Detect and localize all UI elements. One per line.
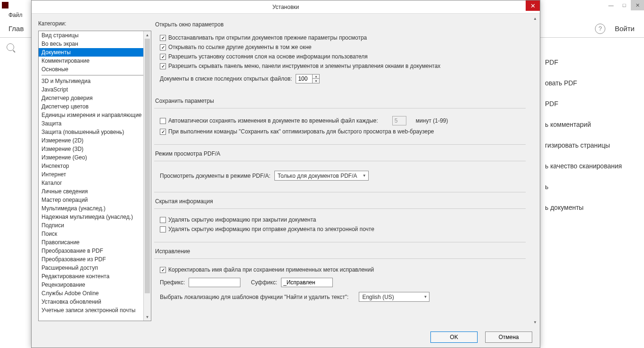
checkbox-remove-hidden-email[interactable] <box>160 226 166 232</box>
checkbox-label: Корректировать имя файла при сохранении … <box>168 266 374 273</box>
category-item[interactable]: Единицы измерения и направляющие <box>39 111 151 119</box>
category-item[interactable]: Расширенный доступ <box>39 264 151 272</box>
pdfa-mode-select[interactable]: Только для документов PDF/A ▼ <box>274 171 369 181</box>
category-item[interactable]: Измерение (Geo) <box>39 153 151 162</box>
minimize-button[interactable]: — <box>604 0 618 10</box>
checkbox-allow-layer-state[interactable] <box>160 54 166 60</box>
category-item[interactable]: Диспетчер доверия <box>39 94 151 102</box>
group-title: Открыть окно параметров <box>154 20 526 32</box>
checkbox-label: Удалять скрытую информацию при отправке … <box>168 226 374 232</box>
category-item[interactable]: Преобразование в PDF <box>39 247 151 255</box>
autosave-minutes-input <box>392 116 406 125</box>
app-logo-icon <box>2 2 8 8</box>
category-item[interactable]: Во весь экран <box>39 40 151 48</box>
category-item[interactable]: Диспетчер цветов <box>39 102 151 111</box>
category-item[interactable]: Каталог <box>39 179 151 187</box>
category-item[interactable]: JavaScript <box>39 85 151 94</box>
panel-item[interactable]: ь качество сканирования <box>545 156 635 176</box>
panel-item[interactable]: ь документы <box>545 197 635 218</box>
maximize-button[interactable]: □ <box>618 0 631 10</box>
checkbox-label: Разрешить установку состояния слоя на ос… <box>168 53 368 60</box>
login-button[interactable]: Войти <box>615 25 635 33</box>
category-item[interactable]: 3D и Мультимедиа <box>39 77 151 85</box>
category-item[interactable]: Комментирование <box>39 57 151 65</box>
spinner-down-icon[interactable]: ▼ <box>313 79 319 83</box>
scroll-down-icon[interactable]: ▼ <box>531 318 539 326</box>
category-item[interactable]: Редактирование контента <box>39 272 151 281</box>
search-icon[interactable] <box>7 43 14 51</box>
category-item[interactable]: Защита <box>39 119 151 128</box>
checkbox-restore-view[interactable] <box>160 35 166 41</box>
category-item[interactable]: Вид страницы <box>39 31 151 40</box>
prefix-input[interactable] <box>189 278 240 287</box>
category-item[interactable]: Измерение (2D) <box>39 136 151 145</box>
select-value: English (US) <box>362 294 394 300</box>
category-item[interactable]: Интернет <box>39 170 151 179</box>
panel-item[interactable]: ь комментарий <box>545 114 635 135</box>
categories-scrollbar[interactable]: ▲ ▼ <box>143 31 151 321</box>
checkbox-label: Открывать по ссылке другие документы в т… <box>168 44 312 50</box>
category-item[interactable]: Документы <box>39 48 151 57</box>
category-item[interactable]: Установка обновлений <box>39 298 151 306</box>
spinner-up-icon[interactable]: ▲ <box>313 75 319 79</box>
category-item[interactable]: Мультимедиа (унаслед.) <box>39 204 151 213</box>
window-close-button[interactable]: ✕ <box>631 0 644 10</box>
category-item[interactable]: Измерение (3D) <box>39 145 151 153</box>
categories-list[interactable]: Вид страницыВо весь экранДокументыКоммен… <box>38 31 151 321</box>
tab-home[interactable]: Глав <box>8 25 24 33</box>
autosave-unit-label: минут (1-99) <box>416 117 448 124</box>
checkbox-allow-hide-menu[interactable] <box>160 63 166 69</box>
group-open: Открыть окно параметров Восстанавливать … <box>154 20 526 92</box>
category-item[interactable]: Основные <box>39 65 151 74</box>
category-item[interactable]: Инспектор <box>39 162 151 170</box>
category-item[interactable]: Службы Adobe Online <box>39 289 151 298</box>
checkbox-adjust-filename[interactable] <box>160 267 166 273</box>
group-title: Скрытая информация <box>154 197 526 208</box>
scroll-up-icon[interactable]: ▲ <box>531 15 539 22</box>
suffix-input[interactable] <box>281 278 333 287</box>
ok-button[interactable]: OK <box>430 331 478 343</box>
checkbox-label: Восстанавливать при открытии документов … <box>168 34 367 41</box>
category-item[interactable]: Защита (повышенный уровень) <box>39 128 151 136</box>
category-item[interactable]: Правописание <box>39 238 151 247</box>
group-pdfa: Режим просмотра PDF/A Просмотреть докуме… <box>154 149 526 192</box>
panel-item[interactable]: гизировать страницы <box>545 135 635 156</box>
scroll-down-icon[interactable]: ▼ <box>144 313 151 321</box>
checkbox-remove-hidden-close[interactable] <box>160 217 166 223</box>
recent-docs-label: Документы в списке последних открытых фа… <box>160 75 292 82</box>
checkbox-label: Разрешить скрывать панель меню, панели и… <box>168 63 440 69</box>
panel-item[interactable]: овать PDF <box>545 73 635 93</box>
recent-docs-input[interactable] <box>296 74 313 83</box>
categories-sidebar: Категории: Вид страницыВо весь экранДоку… <box>38 20 151 321</box>
checkbox-optimize-web[interactable] <box>160 129 166 135</box>
menu-file[interactable]: Файл <box>8 12 23 18</box>
category-item[interactable]: Надежная мультимедиа (унаслед.) <box>39 213 151 221</box>
chevron-down-icon: ▼ <box>363 174 366 178</box>
cancel-button[interactable]: Отмена <box>485 331 532 343</box>
category-item[interactable]: Личные сведения <box>39 187 151 196</box>
checkbox-open-same-window[interactable] <box>160 44 166 50</box>
category-item[interactable]: Мастер операций <box>39 196 151 204</box>
chevron-down-icon: ▼ <box>424 295 428 299</box>
dialog-close-button[interactable]: ✕ <box>526 0 540 11</box>
locale-select[interactable]: English (US) ▼ <box>359 292 429 302</box>
scroll-up-icon[interactable]: ▲ <box>144 31 151 39</box>
panel-item[interactable]: PDF <box>545 93 635 114</box>
panel-item[interactable]: ь <box>545 176 635 197</box>
help-icon[interactable]: ? <box>595 24 605 34</box>
preferences-dialog: Установки ✕ ▲ ▼ Категории: Вид страницыВ… <box>31 0 540 348</box>
category-item[interactable]: Рецензирование <box>39 281 151 289</box>
category-item[interactable]: Преобразование из PDF <box>39 255 151 264</box>
category-item[interactable]: Учетные записи электронной почты <box>39 306 151 315</box>
dialog-scrollbar[interactable]: ▲ ▼ <box>531 15 539 326</box>
category-item[interactable]: Поиск <box>39 230 151 238</box>
panel-item[interactable]: PDF <box>545 52 635 73</box>
category-item[interactable]: Подписи <box>39 221 151 230</box>
group-title: Исправление <box>154 247 526 258</box>
recent-docs-spinner[interactable]: ▲▼ <box>296 74 320 83</box>
checkbox-autosave[interactable] <box>160 118 166 124</box>
bg-header-right: ? Войти <box>595 24 644 34</box>
scroll-thumb[interactable] <box>145 39 150 293</box>
prefix-label: Префикс: <box>160 279 185 286</box>
group-title: Режим просмотра PDF/A <box>154 149 526 161</box>
